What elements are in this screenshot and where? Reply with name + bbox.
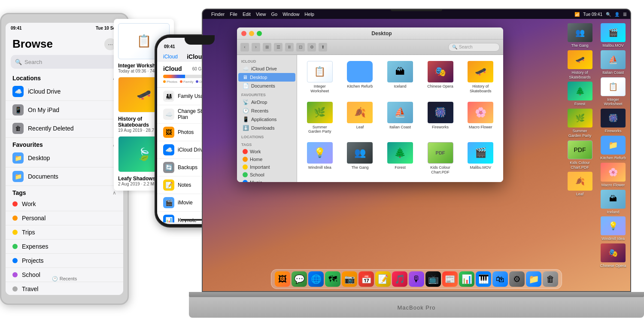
dock-numbers[interactable]: 📊: [459, 271, 474, 287]
dock-keynote[interactable]: 🎹: [476, 271, 491, 287]
desktop-icon-fireworks[interactable]: 🎆 Fireworks: [598, 109, 628, 134]
finder-sidebar-icloud-drive[interactable]: ☁️ iCloud Drive: [238, 64, 295, 73]
finder-sidebar-tag-school[interactable]: School: [238, 171, 295, 179]
finder-sidebar-recents[interactable]: 🕐 Recents: [238, 106, 295, 115]
tag-item-trips[interactable]: Trips: [6, 225, 123, 240]
sidebar-item-desktop[interactable]: 📁 Desktop: [6, 149, 123, 167]
dock-appstore[interactable]: 🛍: [492, 271, 508, 287]
finder-sidebar-airdrop[interactable]: 📡 AirDrop: [238, 98, 295, 106]
ipad-search[interactable]: 🔍 Search: [11, 55, 118, 69]
file-item-windmill[interactable]: 💡 Windmill Idea: [301, 140, 338, 178]
dock-calendar[interactable]: 📅: [358, 271, 374, 287]
tag-item-personal[interactable]: Personal: [6, 211, 123, 225]
menu-finder-label[interactable]: Finder: [211, 12, 225, 17]
finder-sidebar-tag-home[interactable]: Home: [238, 155, 295, 163]
file-item-forest[interactable]: 🌲 Forest: [382, 140, 419, 178]
desktop-icon-macro-flower[interactable]: 🌸 Macro Flower: [598, 163, 628, 188]
iphone-back-button[interactable]: iCloud: [163, 54, 178, 60]
sidebar-item-on-my-ipad[interactable]: 📱 On My iPad: [6, 101, 123, 119]
maximize-button[interactable]: [257, 31, 262, 36]
menu-window[interactable]: Window: [283, 12, 299, 17]
file-item-fireworks[interactable]: 🎆 Fireworks: [422, 100, 459, 137]
file-item-skateboards[interactable]: 🛹 History of Skateboards: [462, 59, 499, 97]
list-view-btn[interactable]: ☰: [274, 43, 283, 52]
menubar-list-icon[interactable]: ☰: [623, 12, 627, 17]
back-btn[interactable]: ‹: [240, 43, 249, 52]
gallery-view-btn[interactable]: ⊡: [296, 43, 305, 52]
forward-btn[interactable]: ›: [252, 43, 260, 52]
finder-sidebar-applications[interactable]: 📱 Applications: [238, 115, 295, 124]
finder-sidebar-tag-work[interactable]: Work: [238, 148, 295, 155]
finder-sidebar-tag-important[interactable]: Important: [238, 163, 295, 171]
file-item-kids-pdf[interactable]: PDF Kids Colour Chart.PDF: [422, 140, 459, 178]
file-item-summer-garden[interactable]: 🌿 Summer Garden Party: [301, 100, 338, 137]
tag-item-work[interactable]: Work: [6, 197, 123, 211]
menubar-left: Desktop Finder File Edit View Go Window …: [206, 12, 314, 17]
desktop-icon-integer-worksheet[interactable]: 📋 Integer Worksheet: [598, 77, 628, 107]
file-item-malibu[interactable]: 🎬 Malibu.MOV: [462, 140, 499, 178]
file-item-integer-worksheet[interactable]: 📋 Integer Worksheet: [301, 59, 338, 97]
finder-sidebar-downloads[interactable]: ⬇️ Downloads: [238, 124, 295, 132]
menu-go[interactable]: Go: [271, 12, 278, 17]
file-item-leaf[interactable]: 🍂 Leaf: [342, 100, 379, 137]
sidebar-desktop-icon: 🖥: [243, 74, 248, 80]
finder-sidebar-desktop[interactable]: 🖥 Desktop: [238, 73, 295, 82]
dock-maps[interactable]: 🗺: [325, 271, 340, 287]
view-icon-btn[interactable]: ⊞: [263, 43, 271, 52]
desktop-icon-italian-coast[interactable]: ⛵ Italian Coast: [598, 50, 628, 75]
desktop-icon-windmill[interactable]: 💡 Windmill Idea: [598, 216, 628, 241]
sidebar-item-recently-deleted[interactable]: 🗑 Recently Deleted: [6, 119, 123, 138]
desktop-icon-malibu[interactable]: 🎬 Malibu.MOV: [598, 23, 628, 48]
file-item-iceland[interactable]: 🏔 Iceland: [382, 59, 419, 97]
dock-safari[interactable]: 🌐: [308, 271, 324, 287]
search-menubar-icon[interactable]: 🔍: [606, 12, 611, 17]
file-item-macro-flower[interactable]: 🌸 Macro Flower: [462, 100, 499, 137]
tag-item-expenses[interactable]: Expenses: [6, 240, 123, 254]
file-item-the-gang[interactable]: 👥 The Gang: [342, 140, 379, 178]
dock-tv[interactable]: 📺: [425, 271, 441, 287]
sidebar-item-icloud-drive[interactable]: ☁️ iCloud Drive: [6, 82, 123, 101]
sidebar-icloud-header: iCloud: [237, 58, 297, 64]
desktop-icon-kitchen-refurb[interactable]: 📁 Kitchen Refurb: [598, 136, 628, 161]
file-item-italian-coast[interactable]: ⛵ Italian Coast: [382, 100, 419, 137]
dock-photos[interactable]: 🖼: [275, 271, 290, 287]
file-item-kitchen-refurb[interactable]: Kitchen Refurb: [342, 59, 379, 97]
share-btn[interactable]: ⬆: [319, 43, 327, 52]
dock-notes[interactable]: 📝: [375, 271, 391, 287]
finder-sidebar-tag-music[interactable]: Music: [238, 179, 295, 182]
dock-messages[interactable]: 💬: [292, 271, 307, 287]
desktop-icon-forest[interactable]: 🌲 Forest: [565, 82, 595, 106]
close-button[interactable]: [241, 31, 246, 36]
locations-title: Locations: [12, 75, 41, 82]
finder-sidebar-documents[interactable]: 📄 Documents: [238, 82, 295, 90]
desktop-icon-summer-garden[interactable]: 🌿 Summer Garden Party: [565, 109, 595, 138]
dock-settings[interactable]: ⚙: [509, 271, 525, 287]
menu-file[interactable]: File: [230, 12, 237, 17]
tag-item-projects[interactable]: Projects: [6, 254, 123, 268]
summer-garden-thumb: 🌿: [568, 109, 592, 128]
tags-chevron-icon[interactable]: ∧: [112, 190, 116, 196]
menu-help[interactable]: Help: [304, 12, 314, 17]
desktop-icon-chinese-opera[interactable]: 🎭 Chinese Opera: [598, 243, 628, 268]
menu-view[interactable]: View: [256, 12, 266, 17]
desktop-icon-the-gang[interactable]: 👥 The Gang: [565, 23, 595, 48]
minimize-button[interactable]: [249, 31, 254, 36]
dock-news[interactable]: 📰: [442, 271, 458, 287]
integer-worksheet-thumb: 📋: [601, 77, 626, 96]
dock-trash[interactable]: 🗑: [543, 271, 558, 287]
menu-edit[interactable]: Edit: [243, 12, 251, 17]
column-view-btn[interactable]: ⏸: [285, 43, 294, 52]
dock-photos2[interactable]: 📷: [342, 271, 357, 287]
user-icon[interactable]: 👤: [614, 12, 620, 17]
action-btn[interactable]: ⚙: [307, 43, 316, 52]
desktop-icon-skateboards[interactable]: 🛹 History of Skateboards: [565, 50, 595, 80]
dock-podcasts[interactable]: 🎙: [409, 271, 424, 287]
desktop-icon-kids-pdf[interactable]: PDF Kids Colour Chart.PDF: [565, 140, 595, 170]
dock-music[interactable]: 🎵: [392, 271, 407, 287]
file-item-chinese-opera[interactable]: 🎭 Chinese Opera: [422, 59, 459, 97]
sidebar-item-documents[interactable]: 📁 Documents: [6, 167, 123, 186]
finder-search[interactable]: 🔍 Search: [448, 43, 500, 52]
desktop-icon-iceland[interactable]: 🏔 Iceland: [598, 190, 628, 215]
desktop-icon-leaf[interactable]: 🍂 Leaf: [565, 172, 595, 197]
dock-finder[interactable]: 📁: [526, 271, 541, 287]
